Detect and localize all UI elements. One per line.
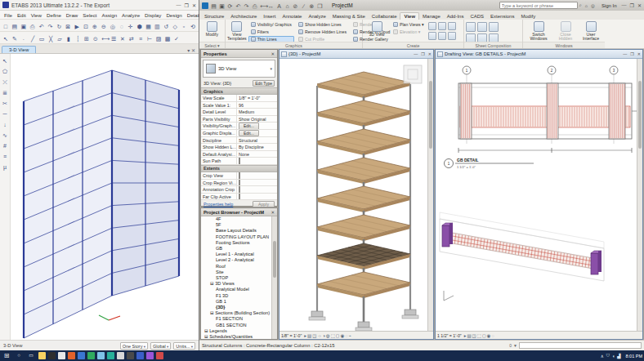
revit-close-button[interactable]: ✕ [637,2,642,8]
etabs-minimize-button[interactable]: — [177,2,181,8]
edit-type-button[interactable]: Edit Type [253,80,275,87]
property-value[interactable]: 1/8" = 1'-0" [237,95,277,101]
print-icon[interactable]: ⎙ [251,1,258,10]
callout-icon[interactable] [438,22,446,30]
etabs-menu-assign[interactable]: Assign [102,12,118,18]
show-undeformed-icon[interactable]: ─ [1,109,9,118]
draw-reference-icon[interactable]: ┆ [74,33,82,42]
show-hidden-lines-button[interactable]: Show Hidden Lines [296,21,349,28]
previous-zoom-icon[interactable]: ◌ [118,21,126,30]
property-edit-button[interactable]: Edit... [239,130,259,136]
taskbar-app-icon-6[interactable] [87,352,95,359]
select-intersecting-icon[interactable]: ⤫ [1,77,9,86]
extents-checkbox[interactable] [239,194,240,200]
etabs-menu-design[interactable]: Design [166,12,181,18]
switch-windows-icon[interactable]: ❐ [316,1,324,10]
ribbon-tab-annotate[interactable]: Annotate [279,13,305,20]
etabs-model-canvas[interactable] [11,54,199,340]
select-poly-icon[interactable]: ⬠ [1,66,9,75]
etabs-status-dropdown-0[interactable]: One Story [120,342,148,350]
browser-item-stop[interactable]: STOP [201,275,271,281]
drafting-view-icon[interactable] [448,22,456,30]
3d-view-button[interactable]: 3D View [364,20,389,42]
snap-to-joint-icon[interactable]: ⊙ [92,33,100,42]
perspective-toggle-icon[interactable]: ◇ [171,21,179,30]
property-value[interactable] [237,158,277,164]
property-value[interactable]: 96 [237,102,277,109]
browser-item-level-2-analytical[interactable]: Level 2 - Analytical [201,257,271,263]
properties-help-link[interactable]: Properties help [203,202,233,207]
thin-lines-icon[interactable]: ∕ [300,1,307,10]
revisions-icon[interactable] [489,22,499,32]
instance-label[interactable]: 3D View: {3D} [203,81,231,86]
filter-count[interactable]: 0 [509,343,512,348]
extents-value[interactable] [237,186,277,193]
pointer-select-icon[interactable]: ↖ [2,33,10,42]
project-browser-header[interactable]: Project Browser - ProjectM ✕ [201,208,277,216]
browser-item-f1-section[interactable]: F1 SECTION [201,316,271,322]
etabs-menu-define[interactable]: Define [47,12,61,18]
search-icon[interactable]: ⌕ [579,2,584,8]
text-icon[interactable]: A [275,1,283,10]
type-selector[interactable]: 3D View ▾ [203,60,275,78]
project-browser-close-icon[interactable]: ✕ [271,210,275,215]
switch-windows-button[interactable]: Switch Windows [525,20,552,42]
title-block-icon[interactable] [477,22,487,32]
property-edit-button[interactable]: Edit... [239,123,259,129]
mesh-areas-icon[interactable]: ▩ [163,33,172,42]
etabs-tab-controls[interactable]: ▾ ✕ [187,47,197,53]
close-hidden-button[interactable]: Close Hidden [554,20,577,42]
center-view-minimize-button[interactable]: — [414,51,418,56]
property-value[interactable]: Medium [237,109,277,115]
revit-maximize-button[interactable]: ❐ [630,2,634,8]
draw-frame-icon[interactable]: ╱ [29,33,37,42]
elevation-view-icon[interactable]: ▥ [153,21,161,30]
taskbar-app-icon-4[interactable] [68,352,75,359]
etabs-status-dropdown-1[interactable]: Global [150,342,171,350]
properties-close-icon[interactable]: ✕ [271,51,275,56]
browser-item-gb[interactable]: GB [201,246,271,252]
browser-item-3d-views[interactable]: ⊟ 3D Views [201,281,271,287]
section-icon[interactable] [428,22,436,30]
zoom-out-icon[interactable]: ⊖ [100,21,108,30]
property-value[interactable]: Edit... [237,130,277,136]
project-browser-scrollbar[interactable] [271,216,277,339]
extents-value[interactable] [237,194,277,200]
property-checkbox[interactable] [239,158,240,164]
center-view-close-button[interactable]: ✕ [428,51,432,56]
revit-minimize-button[interactable]: — [622,2,627,8]
measure-icon[interactable]: ⟷ [101,33,109,42]
assign-shell-icon[interactable]: ▨ [154,33,163,42]
object-properties-icon[interactable]: ≡ [136,33,145,42]
plan-views-button[interactable]: Plan Views ▾ [391,21,427,28]
duplicate-view-icon[interactable] [428,32,436,40]
detail-view-scrollbar[interactable] [637,59,642,331]
etabs-menu-analyze[interactable]: Analyze [122,12,140,18]
taskbar-app-icon-11[interactable] [136,352,144,359]
taskbar-app-icon-5[interactable] [78,352,85,359]
close-inactive-icon[interactable]: ⊗ [308,1,315,10]
property-value[interactable]: Edit... [237,123,277,129]
center-view-restore-button[interactable]: ❐ [421,51,424,56]
taskbar-app-icon-10[interactable] [127,352,134,359]
help-search-input[interactable] [499,2,578,9]
sync-with-central-icon[interactable]: ⟳ [226,1,234,10]
object-shrink-icon[interactable]: ▫ [180,21,188,30]
show-loads-icon[interactable]: ↓ [1,119,9,128]
ribbon-tab-extensions[interactable]: Extensions [487,13,517,20]
properties-header[interactable]: Properties ✕ [201,50,277,58]
communication-center-icon[interactable]: ◎ [591,3,597,8]
save-icon[interactable]: ▣ [20,21,28,30]
center-view-title-bar[interactable]: {3D} - ProjectM — ❐ ✕ [280,50,433,59]
browser-item-gb-1[interactable]: GB 1 [201,299,271,305]
center-view-scrollbar[interactable] [427,59,433,331]
zoom-in-icon[interactable]: ⊕ [91,21,99,30]
ribbon-tab-cads[interactable]: CADS [467,13,487,20]
draw-wall-icon[interactable]: ▮ [65,33,73,42]
restore-view-icon[interactable]: ⟲ [189,21,197,30]
lock-model-icon[interactable]: ⊠ [64,21,72,30]
aligned-dimension-icon[interactable]: ↔ [267,1,275,10]
extents-value[interactable] [237,172,277,179]
property-value[interactable]: By Discipline [237,144,277,150]
story-options-icon[interactable]: ≡ [1,151,9,160]
